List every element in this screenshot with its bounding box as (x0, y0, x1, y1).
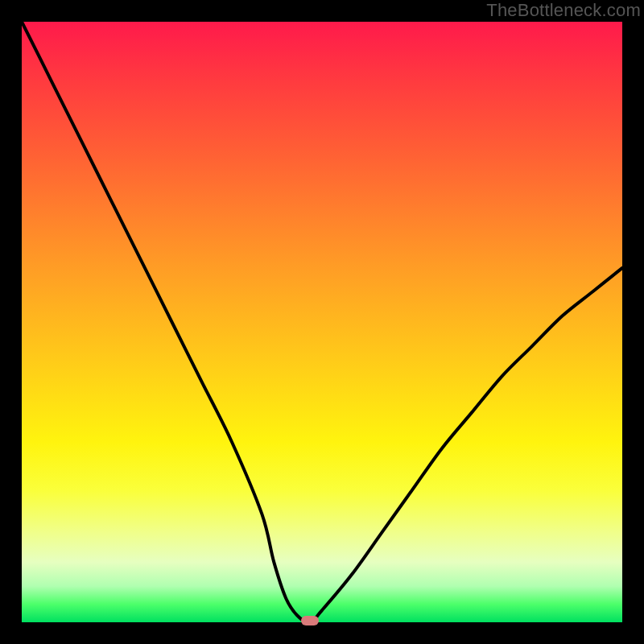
plot-area (22, 22, 622, 622)
bottleneck-curve (22, 22, 622, 622)
chart-frame: TheBottleneck.com (0, 0, 644, 644)
optimal-marker (301, 616, 319, 625)
watermark-text: TheBottleneck.com (486, 0, 641, 21)
